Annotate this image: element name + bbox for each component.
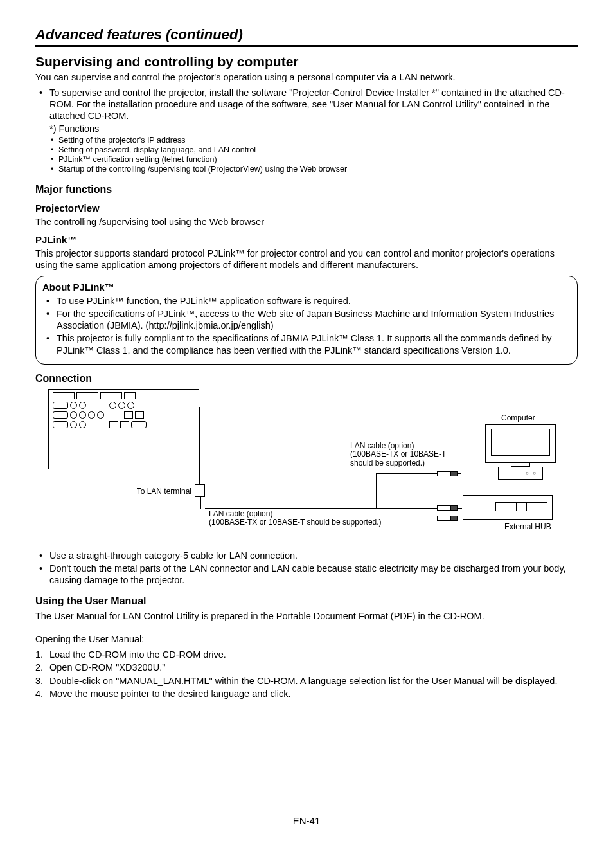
cable2-a: LAN cable (option) [350,441,414,450]
pjlink-text: This projector supports standard protoco… [35,248,578,271]
cable-line [200,497,201,509]
using-manual-title: Using the User Manual [35,595,578,608]
about-b1: To use PJLink™ function, the PJLink™ app… [42,295,571,307]
about-b3: This projector is fully compliant to the… [42,332,571,356]
cable-line [199,407,200,484]
cable-line [376,473,377,509]
step-4: Move the mouse pointer to the desired la… [35,688,578,700]
cable2-label: LAN cable (option) (100BASE-TX or 10BASE… [350,442,453,468]
cable1-label: LAN cable (option) (100BASE-TX or 10BASE… [209,510,466,528]
rj45-plug-icon [437,505,460,511]
lan-terminal-label: To LAN terminal [122,487,191,496]
computer-icon: ○ ○ [485,424,556,479]
external-hub-label: External HUB [504,522,551,532]
func-a: Setting of the projector's IP address [49,136,578,145]
major-functions-title: Major functions [35,183,578,196]
cable1-a: LAN cable (option) [209,509,272,518]
connection-note-2: Don't touch the metal parts of the LAN c… [35,563,578,586]
projectorview-text: The controlling /supervising tool using … [35,216,578,228]
connection-diagram: To LAN terminal LAN cable (option) (100B… [35,389,562,543]
lan-connector-icon [195,484,205,497]
title-rule [35,45,578,47]
manual-intro: The User Manual for LAN Control Utility … [35,610,578,622]
cable1-b: (100BASE-TX or 10BASE-T should be suppor… [209,518,382,527]
functions-label: *) Functions [35,123,578,134]
step-1: Load the CD-ROM into the CD-ROM drive. [35,649,578,660]
supervise-bullet-1: To supervise and control the projector, … [35,87,578,122]
about-pjlink-title: About PJLink™ [42,282,571,294]
step-2: Open CD-ROM "XD3200U." [35,662,578,673]
rj45-plug-icon [437,516,460,521]
projectorview-title: ProjectorView [35,203,578,215]
page-title: Advanced features (continued) [35,26,578,44]
func-c: PJLink™ certification setting (telnet fu… [49,155,578,165]
supervise-intro: You can supervise and control the projec… [35,71,578,83]
step-3: Double-click on "MANUAL_LAN.HTML" within… [35,675,578,687]
computer-label: Computer [501,413,535,423]
func-b: Setting of password, display language, a… [49,145,578,155]
opening-label: Opening the User Manual: [35,633,578,645]
power-cord-icon [168,393,186,406]
rj45-plug-icon [437,471,460,476]
external-hub-icon [463,495,553,520]
about-b2: For the specifications of PJLink™, acces… [42,308,571,331]
page-number: EN-41 [35,815,578,827]
func-d: Startup of the controlling /supervising … [49,165,578,174]
pjlink-title: PJLink™ [35,234,578,246]
section-title-supervise: Supervising and controlling by computer [35,53,578,70]
connection-title: Connection [35,372,578,385]
about-pjlink-box: About PJLink™ To use PJLink™ function, t… [35,276,578,364]
connection-note-1: Use a straight-through category-5 cable … [35,550,578,561]
cable2-b: (100BASE-TX or 10BASE-T should be suppor… [350,449,446,467]
